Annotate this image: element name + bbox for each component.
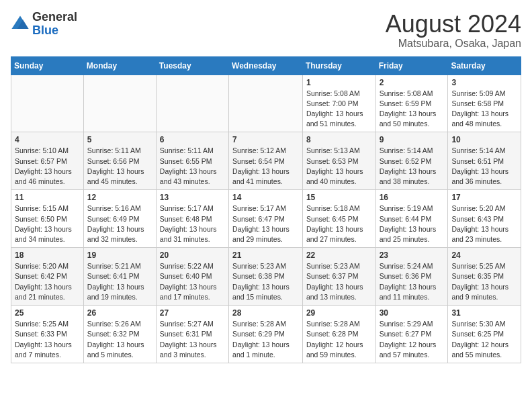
day-number: 2 [380, 78, 445, 87]
calendar-table: SundayMondayTuesdayWednesdayThursdayFrid… [11, 56, 521, 363]
calendar-subtitle: Matsubara, Osaka, Japan [386, 38, 521, 50]
calendar-day-cell: 3Sunrise: 5:09 AMSunset: 6:58 PMDaylight… [448, 75, 521, 132]
calendar-week-row: 18Sunrise: 5:20 AMSunset: 6:42 PMDayligh… [11, 248, 521, 306]
calendar-title: August 2024 [386, 11, 521, 38]
weekday-header: Thursday [302, 56, 375, 75]
day-info: Sunrise: 5:17 AMSunset: 6:48 PMDaylight:… [160, 203, 225, 244]
day-number: 28 [232, 308, 299, 318]
day-info: Sunrise: 5:30 AMSunset: 6:25 PMDaylight:… [451, 319, 517, 360]
day-info: Sunrise: 5:22 AMSunset: 6:40 PMDaylight:… [160, 261, 225, 302]
weekday-header: Tuesday [156, 56, 228, 75]
calendar-day-cell: 26Sunrise: 5:26 AMSunset: 6:32 PMDayligh… [83, 306, 156, 363]
weekday-header-row: SundayMondayTuesdayWednesdayThursdayFrid… [11, 56, 521, 75]
calendar-week-row: 4Sunrise: 5:10 AMSunset: 6:57 PMDaylight… [11, 132, 521, 190]
weekday-header: Monday [83, 56, 156, 75]
day-info: Sunrise: 5:25 AMSunset: 6:35 PMDaylight:… [451, 261, 517, 302]
weekday-header: Saturday [448, 56, 521, 75]
day-number: 4 [15, 135, 80, 144]
day-info: Sunrise: 5:23 AMSunset: 6:37 PMDaylight:… [306, 261, 372, 302]
day-info: Sunrise: 5:18 AMSunset: 6:45 PMDaylight:… [306, 203, 372, 244]
calendar-day-cell: 31Sunrise: 5:30 AMSunset: 6:25 PMDayligh… [448, 306, 521, 363]
day-number: 22 [306, 250, 372, 260]
logo-icon [11, 15, 30, 34]
day-info: Sunrise: 5:08 AMSunset: 7:00 PMDaylight:… [306, 89, 372, 130]
day-info: Sunrise: 5:11 AMSunset: 6:56 PMDaylight:… [87, 146, 152, 187]
day-number: 1 [306, 78, 372, 87]
day-info: Sunrise: 5:15 AMSunset: 6:50 PMDaylight:… [15, 203, 80, 244]
logo-line2: Blue [32, 24, 77, 38]
day-number: 31 [451, 308, 517, 318]
calendar-day-cell: 2Sunrise: 5:08 AMSunset: 6:59 PMDaylight… [375, 75, 448, 132]
calendar-day-cell: 19Sunrise: 5:21 AMSunset: 6:41 PMDayligh… [83, 248, 156, 306]
calendar-day-cell: 14Sunrise: 5:17 AMSunset: 6:47 PMDayligh… [229, 190, 303, 248]
day-number: 26 [87, 308, 152, 318]
calendar-day-cell: 12Sunrise: 5:16 AMSunset: 6:49 PMDayligh… [83, 190, 156, 248]
day-number: 12 [87, 193, 152, 202]
day-info: Sunrise: 5:26 AMSunset: 6:32 PMDaylight:… [87, 319, 152, 360]
day-number: 27 [160, 308, 225, 318]
day-info: Sunrise: 5:10 AMSunset: 6:57 PMDaylight:… [15, 146, 80, 187]
calendar-day-cell: 23Sunrise: 5:24 AMSunset: 6:36 PMDayligh… [375, 248, 448, 306]
calendar-day-cell: 16Sunrise: 5:19 AMSunset: 6:44 PMDayligh… [375, 190, 448, 248]
weekday-header: Friday [375, 56, 448, 75]
day-info: Sunrise: 5:20 AMSunset: 6:42 PMDaylight:… [15, 261, 80, 302]
calendar-day-cell: 13Sunrise: 5:17 AMSunset: 6:48 PMDayligh… [156, 190, 228, 248]
day-number: 15 [306, 193, 372, 202]
day-number: 21 [232, 250, 299, 260]
day-number: 29 [306, 308, 372, 318]
day-number: 19 [87, 250, 152, 260]
calendar-day-cell: 9Sunrise: 5:14 AMSunset: 6:52 PMDaylight… [375, 132, 448, 190]
calendar-day-cell: 21Sunrise: 5:23 AMSunset: 6:38 PMDayligh… [229, 248, 303, 306]
day-number: 11 [15, 193, 80, 202]
day-info: Sunrise: 5:28 AMSunset: 6:28 PMDaylight:… [306, 319, 372, 360]
calendar-day-cell: 20Sunrise: 5:22 AMSunset: 6:40 PMDayligh… [156, 248, 228, 306]
day-number: 10 [451, 135, 517, 144]
title-block: August 2024 Matsubara, Osaka, Japan [386, 11, 521, 50]
day-number: 8 [306, 135, 372, 144]
weekday-header: Wednesday [229, 56, 303, 75]
calendar-day-cell: 5Sunrise: 5:11 AMSunset: 6:56 PMDaylight… [83, 132, 156, 190]
calendar-day-cell [83, 75, 156, 132]
day-info: Sunrise: 5:21 AMSunset: 6:41 PMDaylight:… [87, 261, 152, 302]
logo-line1: General [32, 11, 77, 24]
day-info: Sunrise: 5:14 AMSunset: 6:51 PMDaylight:… [451, 146, 517, 187]
calendar-day-cell: 17Sunrise: 5:20 AMSunset: 6:43 PMDayligh… [448, 190, 521, 248]
calendar-day-cell: 28Sunrise: 5:28 AMSunset: 6:29 PMDayligh… [229, 306, 303, 363]
day-number: 3 [451, 78, 517, 87]
day-number: 14 [232, 193, 299, 202]
calendar-day-cell: 29Sunrise: 5:28 AMSunset: 6:28 PMDayligh… [302, 306, 375, 363]
day-info: Sunrise: 5:08 AMSunset: 6:59 PMDaylight:… [380, 89, 445, 130]
day-number: 16 [380, 193, 445, 202]
day-info: Sunrise: 5:29 AMSunset: 6:27 PMDaylight:… [380, 319, 445, 360]
calendar-day-cell: 6Sunrise: 5:11 AMSunset: 6:55 PMDaylight… [156, 132, 228, 190]
day-number: 24 [451, 250, 517, 260]
day-number: 17 [451, 193, 517, 202]
calendar-day-cell: 4Sunrise: 5:10 AMSunset: 6:57 PMDaylight… [11, 132, 84, 190]
calendar-day-cell [229, 75, 303, 132]
calendar-day-cell: 7Sunrise: 5:12 AMSunset: 6:54 PMDaylight… [229, 132, 303, 190]
day-info: Sunrise: 5:28 AMSunset: 6:29 PMDaylight:… [232, 319, 299, 360]
weekday-header: Sunday [11, 56, 84, 75]
calendar-day-cell: 15Sunrise: 5:18 AMSunset: 6:45 PMDayligh… [302, 190, 375, 248]
calendar-day-cell: 18Sunrise: 5:20 AMSunset: 6:42 PMDayligh… [11, 248, 84, 306]
day-number: 18 [15, 250, 80, 260]
day-info: Sunrise: 5:16 AMSunset: 6:49 PMDaylight:… [87, 203, 152, 244]
day-number: 5 [87, 135, 152, 144]
day-info: Sunrise: 5:25 AMSunset: 6:33 PMDaylight:… [15, 319, 80, 360]
calendar-day-cell [11, 75, 84, 132]
calendar-day-cell [156, 75, 228, 132]
day-info: Sunrise: 5:27 AMSunset: 6:31 PMDaylight:… [160, 319, 225, 360]
day-number: 9 [380, 135, 445, 144]
day-number: 25 [15, 308, 80, 318]
day-number: 7 [232, 135, 299, 144]
calendar-day-cell: 24Sunrise: 5:25 AMSunset: 6:35 PMDayligh… [448, 248, 521, 306]
day-number: 6 [160, 135, 225, 144]
calendar-day-cell: 11Sunrise: 5:15 AMSunset: 6:50 PMDayligh… [11, 190, 84, 248]
day-info: Sunrise: 5:11 AMSunset: 6:55 PMDaylight:… [160, 146, 225, 187]
day-info: Sunrise: 5:09 AMSunset: 6:58 PMDaylight:… [451, 89, 517, 130]
calendar-week-row: 1Sunrise: 5:08 AMSunset: 7:00 PMDaylight… [11, 75, 521, 132]
day-info: Sunrise: 5:24 AMSunset: 6:36 PMDaylight:… [380, 261, 445, 302]
calendar-day-cell: 22Sunrise: 5:23 AMSunset: 6:37 PMDayligh… [302, 248, 375, 306]
calendar-day-cell: 30Sunrise: 5:29 AMSunset: 6:27 PMDayligh… [375, 306, 448, 363]
day-number: 23 [380, 250, 445, 260]
